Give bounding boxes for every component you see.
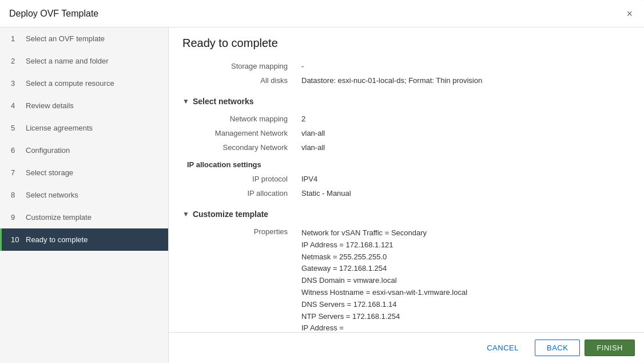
main-content: Ready to complete Storage mapping - All … xyxy=(169,27,644,363)
networks-table: Network mapping 2 Management Network vla… xyxy=(182,112,630,200)
storage-mapping-value: - xyxy=(297,59,630,73)
sidebar-item-label: Customize template xyxy=(26,213,92,222)
all-disks-value: Datastore: esxi-nuc-01-local-ds; Format:… xyxy=(297,73,630,88)
sidebar-item-2[interactable]: 2Select a name and folder xyxy=(0,50,168,72)
secondary-network-row: Secondary Network vlan-all xyxy=(182,140,630,155)
deploy-ovf-dialog: Deploy OVF Template × 1Select an OVF tem… xyxy=(0,0,644,363)
sidebar-item-5[interactable]: 5License agreements xyxy=(0,117,168,139)
management-network-label: Management Network xyxy=(182,126,297,140)
sidebar-item-10[interactable]: 10Ready to complete xyxy=(0,228,168,251)
select-networks-header[interactable]: ▼ Select networks xyxy=(182,97,630,106)
sidebar-item-label: Select a name and folder xyxy=(26,57,109,65)
chevron-down-icon-2: ▼ xyxy=(182,210,189,218)
ip-protocol-value: IPV4 xyxy=(297,172,630,186)
customize-template-header[interactable]: ▼ Customize template xyxy=(182,210,630,219)
step-number: 8 xyxy=(11,191,21,199)
properties-label: Properties xyxy=(182,224,297,332)
dialog-footer: CANCEL BACK FINISH xyxy=(169,332,644,363)
ip-allocation-settings-label: IP allocation settings xyxy=(182,155,630,172)
sidebar-item-3[interactable]: 3Select a compute resource xyxy=(0,72,168,94)
sidebar-item-label: Review details xyxy=(26,101,74,110)
sidebar-item-7[interactable]: 7Select storage xyxy=(0,161,168,184)
sidebar-item-6[interactable]: 6Configuration xyxy=(0,139,168,161)
storage-mapping-row: Storage mapping - xyxy=(182,59,630,73)
dialog-header: Deploy OVF Template × xyxy=(0,0,644,27)
sidebar-item-label: Select an OVF template xyxy=(26,34,105,43)
step-number: 2 xyxy=(11,57,21,65)
sidebar-item-label: Select networks xyxy=(26,191,78,199)
finish-button[interactable]: FINISH xyxy=(585,340,635,356)
sidebar-item-label: Configuration xyxy=(26,146,70,155)
sidebar-item-1[interactable]: 1Select an OVF template xyxy=(0,27,168,50)
ip-protocol-row: IP protocol IPV4 xyxy=(182,172,630,186)
customize-table: Properties Network for vSAN Traffic = Se… xyxy=(182,224,630,332)
ip-allocation-label: IP allocation xyxy=(182,186,297,200)
step-number: 3 xyxy=(11,79,21,88)
storage-mapping-label: Storage mapping xyxy=(182,59,297,73)
select-networks-label: Select networks xyxy=(193,97,254,106)
sidebar-item-label: Select storage xyxy=(26,168,73,177)
back-button[interactable]: BACK xyxy=(535,340,580,356)
properties-row: Properties Network for vSAN Traffic = Se… xyxy=(182,224,630,332)
all-disks-row: All disks Datastore: esxi-nuc-01-local-d… xyxy=(182,73,630,88)
sidebar-item-8[interactable]: 8Select networks xyxy=(0,184,168,206)
ip-protocol-label: IP protocol xyxy=(182,172,297,186)
customize-template-label: Customize template xyxy=(193,210,268,219)
management-network-value: vlan-all xyxy=(297,126,630,140)
content-area: Ready to complete Storage mapping - All … xyxy=(169,27,644,332)
ip-allocation-row: IP allocation Static - Manual xyxy=(182,186,630,200)
step-number: 1 xyxy=(11,34,21,43)
step-number: 9 xyxy=(11,213,21,222)
properties-value: Network for vSAN Traffic = SecondaryIP A… xyxy=(297,224,630,332)
network-mapping-row: Network mapping 2 xyxy=(182,112,630,126)
sidebar-item-label: License agreements xyxy=(26,124,93,132)
storage-mapping-table: Storage mapping - All disks Datastore: e… xyxy=(182,59,630,88)
ip-allocation-value: Static - Manual xyxy=(297,186,630,200)
step-number: 5 xyxy=(11,124,21,132)
ip-allocation-settings-row: IP allocation settings xyxy=(182,155,630,172)
network-mapping-label: Network mapping xyxy=(182,112,297,126)
sidebar: 1Select an OVF template2Select a name an… xyxy=(0,27,169,363)
network-mapping-value: 2 xyxy=(297,112,630,126)
sidebar-item-4[interactable]: 4Review details xyxy=(0,94,168,117)
step-number: 4 xyxy=(11,101,21,110)
page-title: Ready to complete xyxy=(182,37,630,50)
sidebar-item-label: Select a compute resource xyxy=(26,79,114,88)
dialog-body: 1Select an OVF template2Select a name an… xyxy=(0,27,644,363)
step-number: 10 xyxy=(11,235,21,244)
secondary-network-label: Secondary Network xyxy=(182,140,297,155)
close-button[interactable]: × xyxy=(624,6,635,21)
chevron-down-icon: ▼ xyxy=(182,97,189,105)
all-disks-label: All disks xyxy=(182,73,297,88)
secondary-network-value: vlan-all xyxy=(297,140,630,155)
sidebar-item-9[interactable]: 9Customize template xyxy=(0,206,168,228)
sidebar-item-label: Ready to complete xyxy=(26,235,88,244)
dialog-title: Deploy OVF Template xyxy=(9,9,98,19)
management-network-row: Management Network vlan-all xyxy=(182,126,630,140)
step-number: 6 xyxy=(11,146,21,155)
step-number: 7 xyxy=(11,168,21,177)
cancel-button[interactable]: CANCEL xyxy=(475,340,530,356)
